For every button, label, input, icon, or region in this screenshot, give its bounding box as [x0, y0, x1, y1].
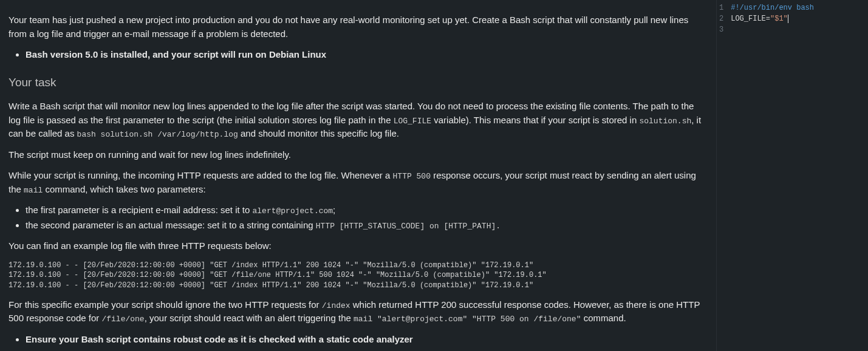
problem-description-panel: Your team has just pushed a new project …: [0, 0, 716, 351]
problem-intro-paragraph: Your team has just pushed a new project …: [9, 13, 708, 41]
code-line-2b: "$1": [770, 15, 788, 23]
inline-code: bash solution.sh /var/log/http.log: [77, 130, 238, 139]
inline-code: solution.sh: [639, 117, 691, 126]
list-item: Bash version 5.0 is installed, and your …: [26, 48, 708, 62]
environment-list: Bash version 5.0 is installed, and your …: [26, 48, 708, 62]
inline-code: HTTP 500: [393, 172, 431, 181]
code-line-2a: LOG_FILE=: [731, 15, 770, 23]
task-paragraph-3: While your script is running, the incomi…: [9, 169, 708, 196]
inline-code: /file/one: [101, 315, 144, 324]
inline-code: mail: [24, 186, 43, 195]
example-intro-paragraph: You can find an example log file with th…: [9, 239, 708, 253]
inline-code: mail "alert@project.com" "HTTP 500 on /f…: [354, 315, 581, 324]
conclusion-paragraph: For this specific example your script sh…: [9, 298, 708, 325]
code-editor-panel[interactable]: 1 2 3 #!/usr/bin/env bashLOG_FILE="$1": [716, 0, 868, 351]
your-task-heading: Your task: [9, 74, 708, 92]
code-editor-textarea[interactable]: #!/usr/bin/env bashLOG_FILE="$1": [728, 0, 868, 351]
task-paragraph-1: Write a Bash script that will monitor ne…: [9, 100, 708, 141]
log-example-block: 172.19.0.100 - - [20/Feb/2020:12:00:00 +…: [9, 261, 708, 291]
text-cursor: [788, 15, 788, 23]
code-line-1: #!/usr/bin/env bash: [731, 4, 814, 12]
list-item: the second parameter is an actual messag…: [26, 219, 708, 233]
inline-code: LOG_FILE: [394, 117, 431, 126]
final-note-list: Ensure your Bash script contains robust …: [26, 333, 708, 347]
line-number-gutter: 1 2 3: [717, 0, 728, 351]
parameters-list: the first parameter is a recipient e-mai…: [26, 203, 708, 232]
inline-code: HTTP [HTTP_STATUS_CODE] on [HTTP_PATH].: [316, 222, 501, 231]
inline-code: /index: [322, 301, 350, 310]
task-paragraph-2: The script must keep on running and wait…: [9, 148, 708, 162]
list-item: the first parameter is a recipient e-mai…: [26, 203, 708, 217]
list-item: Ensure your Bash script contains robust …: [26, 333, 708, 347]
inline-code: alert@project.com: [252, 206, 333, 216]
